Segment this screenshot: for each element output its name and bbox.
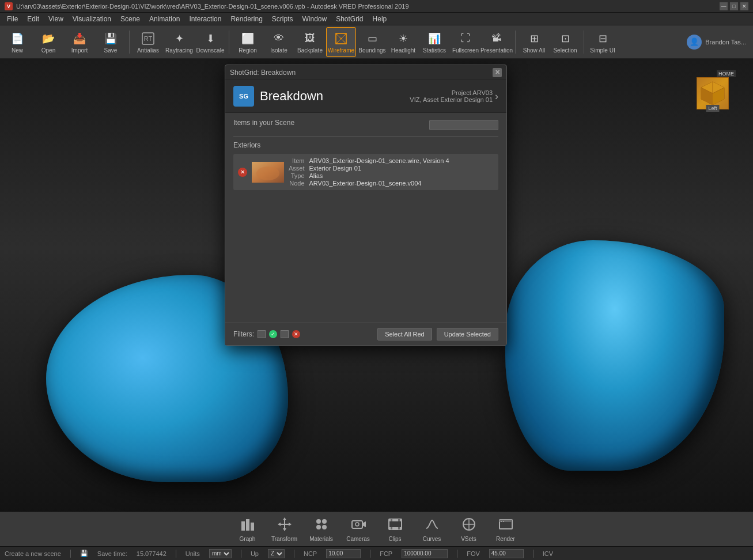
tool-backplate[interactable]: 🖼 Backplate: [295, 27, 325, 57]
item-key-type: Type: [289, 172, 305, 179]
section-header: Exteriors: [233, 141, 498, 149]
tool-boundings[interactable]: ▭ Boundings: [357, 27, 387, 57]
presentation-icon: 📽: [489, 31, 505, 47]
tool-antialias-label: Antialias: [137, 48, 159, 54]
close-button[interactable]: ✕: [740, 2, 748, 10]
units-label: Units: [186, 550, 200, 557]
transform-label: Transform: [271, 536, 297, 542]
menu-visualization[interactable]: Visualization: [68, 14, 116, 24]
up-select[interactable]: Z Y: [268, 549, 285, 558]
menu-edit[interactable]: Edit: [22, 14, 44, 24]
selection-icon: ⊡: [557, 31, 573, 47]
svg-point-13: [256, 167, 279, 180]
tool-statistics-label: Statistics: [423, 48, 446, 54]
bottom-tool-clips[interactable]: Clips: [379, 514, 411, 545]
tool-statistics[interactable]: 📊 Statistics: [419, 27, 449, 57]
minimize-button[interactable]: —: [720, 2, 728, 10]
tool-downscale[interactable]: ⬇ Downscale: [195, 27, 225, 57]
menu-animation[interactable]: Animation: [145, 14, 184, 24]
search-input[interactable]: [429, 120, 498, 130]
menu-window[interactable]: Window: [298, 14, 332, 24]
bottom-tool-vsets[interactable]: VSets: [453, 514, 485, 545]
tool-show-all[interactable]: ⊞ Show All: [519, 27, 549, 57]
menu-file[interactable]: File: [2, 14, 22, 24]
tool-import[interactable]: 📥 Import: [65, 27, 94, 57]
filter-checkbox-1[interactable]: [258, 330, 266, 338]
bottom-tool-cameras[interactable]: Cameras: [342, 514, 374, 545]
title-text: U:\arv03\assets\Exterior\Exterior-Design…: [16, 3, 409, 10]
materials-label: Materials: [309, 536, 333, 542]
tool-region[interactable]: ⬜ Region: [233, 27, 263, 57]
headlight-icon: ☀: [395, 31, 411, 47]
item-val-type: Alias: [309, 172, 494, 179]
tool-headlight[interactable]: ☀ Headlight: [388, 27, 418, 57]
svg-text:RT: RT: [144, 35, 153, 42]
tool-new-label: New: [12, 48, 23, 54]
tool-backplate-label: Backplate: [297, 48, 323, 54]
materials-icon: [314, 517, 329, 534]
menu-rendering[interactable]: Rendering: [226, 14, 267, 24]
separator-3: [515, 31, 516, 54]
status-sep-2: [176, 550, 176, 558]
status-sep-3: [241, 550, 241, 558]
tool-antialias[interactable]: RT Antialias: [133, 27, 163, 57]
bottom-tool-render[interactable]: Render: [490, 514, 522, 545]
save-time-value: 15.077442: [137, 550, 167, 557]
ncp-input[interactable]: [326, 549, 361, 558]
menu-scene[interactable]: Scene: [116, 14, 145, 24]
sg-logo: SG: [233, 86, 254, 107]
update-selected-button[interactable]: Update Selected: [437, 328, 498, 340]
fcp-label: FCP: [380, 550, 392, 557]
tool-save[interactable]: 💾 Save: [96, 27, 126, 57]
svg-rect-34: [398, 519, 400, 521]
menu-help[interactable]: Help: [368, 14, 392, 24]
bottom-tool-transform[interactable]: Transform: [268, 514, 301, 545]
nav-cube[interactable]: HOME Left: [690, 70, 736, 116]
window-controls[interactable]: — □ ✕: [720, 2, 748, 10]
tool-region-label: Region: [239, 48, 257, 54]
menu-shotgrid[interactable]: ShotGrid: [331, 14, 368, 24]
menu-view[interactable]: View: [44, 14, 68, 24]
tool-selection[interactable]: ⊡ Selection: [550, 27, 580, 57]
tool-fullscreen[interactable]: ⛶ Fullscreen: [451, 27, 480, 57]
fov-label: FOV: [467, 550, 480, 557]
dialog-close-button[interactable]: ✕: [493, 68, 502, 77]
filter-green-icon: ✓: [269, 330, 277, 338]
svg-point-29: [355, 523, 359, 526]
transform-icon: [277, 517, 292, 534]
tool-presentation[interactable]: 📽 Presentation: [482, 27, 512, 57]
menu-bar: File Edit View Visualization Scene Anima…: [0, 13, 753, 25]
tool-new[interactable]: 📄 New: [2, 27, 32, 57]
units-select[interactable]: mm cm m: [209, 549, 232, 558]
bottom-tool-curves[interactable]: Curves: [416, 514, 448, 545]
header-arrow-icon[interactable]: ›: [495, 90, 498, 103]
tool-downscale-label: Downscale: [196, 48, 225, 54]
select-all-red-button[interactable]: Select All Red: [377, 328, 432, 340]
antialias-icon: RT: [140, 31, 156, 47]
svg-rect-33: [391, 519, 392, 521]
tool-simple-ui[interactable]: ⊟ Simple UI: [588, 27, 618, 57]
svg-marker-21: [278, 523, 281, 526]
user-name: Brandon Tas...: [705, 39, 746, 46]
bottom-tool-graph[interactable]: Graph: [232, 514, 264, 545]
maximize-button[interactable]: □: [730, 2, 738, 10]
separator-1: [129, 31, 130, 54]
tool-wireframe[interactable]: Wireframe: [326, 27, 356, 57]
fov-input[interactable]: [489, 549, 524, 558]
vsets-icon: [461, 517, 476, 534]
menu-interaction[interactable]: Interaction: [184, 14, 226, 24]
svg-marker-19: [283, 517, 286, 520]
tool-open[interactable]: 📂 Open: [33, 27, 63, 57]
fcp-input[interactable]: [402, 549, 448, 558]
tool-raytracing[interactable]: ✦ Raytracing: [164, 27, 194, 57]
tool-isolate[interactable]: 👁 Isolate: [264, 27, 294, 57]
statistics-icon: 📊: [426, 31, 442, 47]
menu-scripts[interactable]: Scripts: [267, 14, 298, 24]
svg-rect-15: [246, 519, 249, 531]
import-icon: 📥: [71, 31, 88, 47]
item-thumbnail: [252, 162, 284, 183]
bottom-tool-materials[interactable]: Materials: [305, 514, 338, 545]
filter-red-icon: ✕: [292, 330, 300, 338]
svg-rect-36: [398, 527, 400, 529]
filter-checkbox-2[interactable]: [281, 330, 289, 338]
